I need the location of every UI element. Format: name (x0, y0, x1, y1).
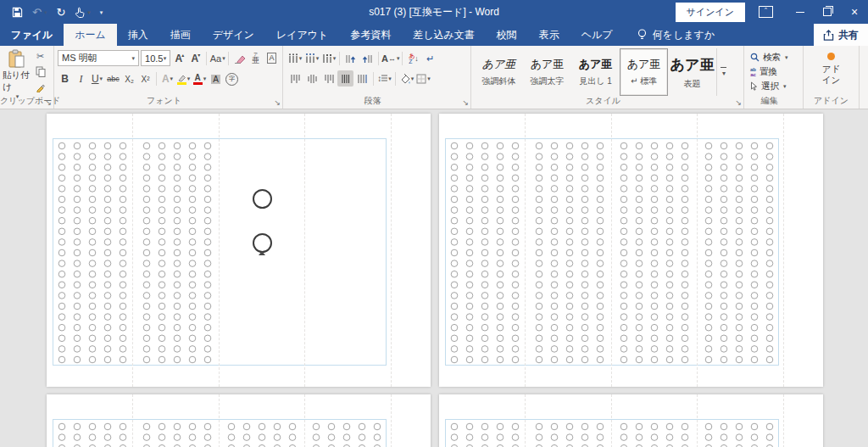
tab-ヘルプ[interactable]: ヘルプ (570, 24, 624, 46)
text-highlight-button[interactable]: ▾ (176, 71, 191, 87)
column-guide (783, 394, 784, 447)
font-dialog-launcher[interactable]: ↘ (274, 99, 281, 107)
style-name: ↵ 標準 (631, 75, 657, 87)
copy-button[interactable] (33, 65, 47, 78)
touch-mouse-mode-button[interactable]: ▾ (75, 7, 91, 18)
replace-button[interactable]: abac 置換 (750, 65, 803, 78)
chevron-down-icon: ▾ (187, 75, 191, 82)
document-page-4[interactable] (439, 394, 823, 447)
paragraph-dialog-launcher[interactable]: ↘ (462, 99, 469, 107)
chevron-down-icon: ▾ (388, 75, 392, 82)
share-icon (823, 30, 834, 41)
font-color-button[interactable]: A ▾ (192, 71, 207, 87)
enclose-characters-button[interactable]: 字 (225, 71, 239, 87)
sign-in-button[interactable]: サインイン (676, 3, 745, 22)
increase-indent-button[interactable] (359, 51, 376, 67)
tab-ホーム[interactable]: ホーム (64, 24, 117, 46)
column-guide (783, 114, 784, 387)
tab-校閲[interactable]: 校閲 (486, 24, 528, 46)
share-button[interactable]: 共有 (814, 24, 868, 46)
cut-button[interactable]: ✂ (33, 50, 47, 63)
restore-button[interactable] (814, 0, 841, 24)
tab-差し込み文書[interactable]: 差し込み文書 (402, 24, 486, 46)
document-page-1[interactable] (47, 114, 431, 387)
tab-デザイン[interactable]: デザイン (202, 24, 265, 46)
ribbon-display-options-button[interactable]: ⌃ (759, 6, 773, 18)
numbered-list-button[interactable]: ▾ (303, 51, 320, 67)
select-button[interactable]: 選択▾ (750, 80, 803, 92)
bullet-list-button[interactable]: ▾ (287, 51, 303, 67)
align-center-button[interactable] (303, 70, 320, 87)
style-item-見出し1[interactable]: あア亜見出し 1 (571, 48, 620, 96)
distribute-button[interactable] (354, 70, 370, 87)
undo-button[interactable]: ↶▾ (32, 6, 47, 19)
tell-me-box[interactable]: 何をしますか (637, 24, 715, 46)
minimize-button[interactable] (787, 0, 814, 24)
grow-font-button[interactable]: A▴ (172, 50, 186, 66)
find-button[interactable]: 検索▾ (750, 51, 803, 64)
font-size-combo[interactable]: 10.5▾ (141, 50, 170, 66)
phonetic-guide-button[interactable]: ア亜 (248, 50, 263, 66)
format-painter-button[interactable] (33, 81, 47, 93)
addins-button[interactable]: アドイン (804, 50, 859, 86)
chevron-down-icon: ▾ (722, 70, 726, 77)
tab-参考資料[interactable]: 参考資料 (339, 24, 402, 46)
multilevel-list-button[interactable]: ▾ (320, 51, 337, 67)
sort-button[interactable]: あZ ↓ (405, 51, 421, 67)
style-item-強調斜体[interactable]: あア亜強調斜体 (475, 48, 523, 96)
tab-描画[interactable]: 描画 (159, 24, 202, 46)
character-scale-button[interactable]: A↔▾ (381, 51, 399, 67)
bullet-list-icon (287, 53, 298, 64)
decrease-indent-button[interactable] (342, 51, 359, 67)
circle-grid-block (225, 420, 299, 447)
highlight-color-swatch (177, 82, 186, 85)
align-right-icon (324, 74, 334, 84)
strikethrough-button[interactable]: abc (106, 71, 120, 87)
tab-レイアウト[interactable]: レイアウト (265, 24, 339, 46)
show-editing-marks-button[interactable]: ↵ (422, 51, 438, 67)
large-circle (253, 189, 272, 209)
change-case-button[interactable]: Aa▾ (210, 50, 225, 66)
shading-button[interactable]: ▾ (398, 70, 415, 87)
underline-button[interactable]: U▾ (90, 71, 104, 87)
clipboard-group-label: クリップボード (0, 95, 45, 107)
superscript-button[interactable]: X² (138, 71, 153, 87)
character-border-button[interactable]: A (264, 50, 279, 66)
justify-button[interactable] (337, 70, 353, 87)
shrink-font-button[interactable]: A▾ (188, 50, 203, 66)
redo-button[interactable]: ↻ (56, 6, 65, 19)
align-left-button[interactable] (287, 70, 303, 87)
paint-bucket-icon (399, 74, 410, 84)
tab-挿入[interactable]: 挿入 (117, 24, 159, 46)
italic-button[interactable]: I (74, 71, 88, 87)
style-item-表題[interactable]: あア亜表題 (668, 48, 716, 96)
style-gallery-more-button[interactable]: ▾ (716, 48, 730, 96)
clipboard-dialog-launcher[interactable]: ↘ (45, 99, 52, 107)
save-button[interactable] (12, 7, 23, 18)
paste-button[interactable]: 貼り付け ▾ (3, 49, 31, 100)
font-name-combo[interactable]: MS 明朝▾ (58, 50, 139, 66)
group-paragraph: ▾ ▾ ▾ A↔▾ あZ ↓ ↵ (283, 46, 471, 109)
line-spacing-button[interactable]: ↕ ▾ (376, 70, 392, 87)
styles-dialog-launcher[interactable]: ↘ (735, 99, 742, 107)
subscript-button[interactable]: X₂ (122, 71, 136, 87)
circle-grid-block (532, 139, 607, 365)
circle-grid-block (532, 420, 607, 447)
qat-customize-button[interactable]: ▾ (100, 9, 103, 15)
document-page-3[interactable] (47, 394, 431, 447)
borders-button[interactable]: ▾ (415, 70, 431, 87)
tab-表示[interactable]: 表示 (528, 24, 570, 46)
document-page-2[interactable] (439, 114, 823, 387)
style-item-↵標準[interactable]: あア亜↵ 標準 (620, 48, 668, 96)
tab-file[interactable]: ファイル (0, 24, 64, 46)
quick-access-toolbar: ↶▾ ↻ ▾ ▾ (0, 6, 103, 19)
bold-button[interactable]: B (58, 71, 72, 87)
close-button[interactable]: × (841, 0, 868, 24)
character-shading-button[interactable]: A (209, 71, 223, 87)
circle-grid-block (702, 420, 776, 447)
clear-formatting-button[interactable] (232, 50, 247, 66)
text-effects-button[interactable]: A▾ (160, 71, 175, 87)
style-item-強調太字[interactable]: あア亜強調太字 (523, 48, 571, 96)
chevron-down-icon: ▾ (164, 55, 167, 62)
align-right-button[interactable] (320, 70, 337, 87)
